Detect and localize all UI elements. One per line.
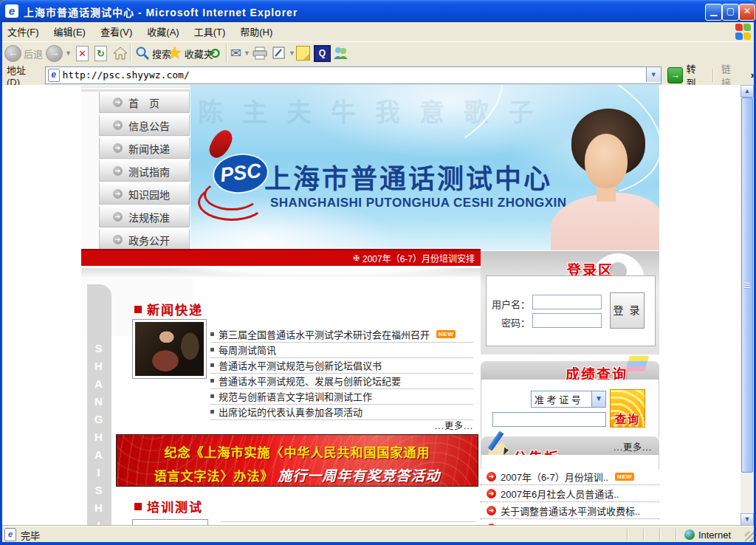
edit-dropdown-icon[interactable]: ▼ (289, 49, 295, 57)
bulletin-item-link[interactable]: 2007年6月社会人员普通话.. (501, 487, 619, 501)
menu-favorites[interactable]: 收藏(A) (140, 23, 186, 41)
status-divider (627, 529, 628, 541)
status-page-icon: e (4, 528, 16, 541)
sidebar-item-test-guide[interactable]: ➜测试指南 (99, 160, 190, 182)
close-button[interactable]: ✕ (739, 4, 755, 21)
news-item-link[interactable]: 规范与创新语言文字培训和测试工作 (219, 389, 372, 403)
bulletin-item-link[interactable]: 关于调整普通话水平测试收费标.. (501, 504, 640, 518)
sidebar-item-gov-affairs[interactable]: ➜政务公开 (99, 229, 190, 250)
messenger-button[interactable] (331, 43, 349, 64)
forward-button[interactable]: → ▼ (46, 43, 72, 64)
forward-dropdown-icon[interactable]: ▼ (65, 49, 72, 57)
news-item[interactable]: 每周测试简讯 (210, 342, 473, 358)
exam-id-select[interactable]: 准 考 证 号 ▼ (531, 391, 606, 408)
q-toolbar-button[interactable]: Q (314, 43, 331, 64)
campaign-banner[interactable]: 纪念《上海市实施〈中华人民共和国国家通用 语言文字法〉办法》 施行一周年有奖竞答… (116, 434, 478, 487)
sidebar-item-regulations[interactable]: ➜法规标准 (99, 206, 190, 227)
login-button[interactable]: 登 录 (610, 292, 645, 329)
arrow-icon: ➜ (113, 166, 123, 176)
home-button[interactable] (112, 43, 128, 64)
search-button[interactable]: 搜索 (135, 43, 171, 64)
scroll-down-button[interactable]: ▼ (740, 513, 754, 526)
notice-text[interactable]: 2007年（6-7）月份培训安排 (362, 252, 475, 264)
username-field[interactable] (532, 295, 602, 309)
red-arrow-icon: ➜ (487, 506, 496, 515)
print-button[interactable] (252, 43, 268, 64)
bulletin-more-link[interactable]: ...更多... (563, 440, 652, 453)
back-button[interactable]: ← 后退 ▼ (4, 43, 52, 64)
maximize-button[interactable]: ▢ (722, 4, 739, 21)
status-divider (659, 529, 661, 541)
refresh-button[interactable]: ↻ (94, 43, 107, 64)
news-item[interactable]: 出席论坛的代表认真参加各项活动 (210, 404, 473, 420)
history-button[interactable]: ⟲ (208, 43, 220, 64)
toolbar-divider (130, 44, 131, 62)
menu-file[interactable]: 文件(F) (0, 23, 47, 41)
news-item[interactable]: 普通话水平测试规范、发展与创新论坛纪要 (210, 373, 473, 389)
bulletin-item[interactable]: ➜2007年（6-7）月份培训..NEW (481, 469, 659, 485)
sidebar-item-label: 新闻快递 (128, 141, 170, 156)
sidebar-item-knowledge[interactable]: ➜知识园地 (99, 183, 190, 205)
page-viewport: ➜首 页 ➜信息公告 ➜新闻快递 ➜测试指南 ➜知识园地 ➜法规标准 ➜政务公开… (2, 85, 740, 526)
password-field[interactable] (532, 313, 602, 328)
sidebar-item-announcements[interactable]: ➜信息公告 (99, 114, 190, 136)
arrow-icon: ➜ (113, 189, 123, 199)
mail-button[interactable]: ✉ ▼ (230, 43, 250, 64)
bulletin-item[interactable]: ➜ (481, 520, 659, 526)
new-badge: NEW (615, 473, 634, 481)
scrollbar-thumb[interactable] (741, 97, 753, 473)
chevron-down-icon[interactable]: ▼ (591, 391, 605, 407)
arrow-icon: ➜ (113, 212, 123, 222)
menu-view[interactable]: 查看(V) (93, 23, 140, 41)
menu-tools[interactable]: 工具(T) (187, 23, 233, 41)
bulletin-item[interactable]: ➜2007年6月社会人员普通话.. (481, 486, 659, 502)
news-item-link[interactable]: 每周测试简讯 (219, 343, 276, 357)
sidebar-item-label: 知识园地 (128, 187, 170, 202)
bulletin-item-link[interactable]: 2007年（6-7）月份培训.. (501, 470, 608, 484)
username-label: 用户名： (489, 297, 530, 311)
notes-button[interactable] (296, 43, 310, 64)
training-list-divider (221, 521, 475, 522)
password-row: 密码： (489, 315, 530, 329)
mail-dropdown-icon[interactable]: ▼ (244, 49, 250, 57)
bullet-icon (210, 410, 214, 414)
note-icon (296, 46, 310, 61)
arrow-icon: ➜ (113, 120, 123, 130)
address-bar: 地址(D) e http://psc.shyywz.com/ ▼ → 转到 链接… (0, 65, 756, 86)
menu-help[interactable]: 帮助(H) (233, 23, 280, 41)
address-input[interactable]: e http://psc.shyywz.com/ ▼ (45, 66, 662, 84)
stop-button[interactable]: ✕ (76, 43, 89, 64)
edit-button[interactable]: ▼ (272, 43, 295, 64)
print-icon (252, 46, 268, 61)
status-zone: Internet (698, 529, 731, 541)
back-icon: ← (4, 45, 21, 62)
notice-bar[interactable]: ✠ 2007年（6-7）月份培训安排 (81, 249, 481, 266)
status-divider (676, 529, 677, 541)
vertical-scrollbar[interactable]: ▲ ▼ (740, 85, 754, 526)
news-item[interactable]: 第三届全国普通话水平测试学术研讨会在福州召开NEW (210, 326, 473, 343)
news-item-link[interactable]: 普通话水平测试规范与创新论坛倡议书 (219, 358, 382, 372)
news-item[interactable]: 普通话水平测试规范与创新论坛倡议书 (210, 357, 473, 374)
star-icon: ★ (168, 44, 182, 63)
username-row: 用户名： (489, 297, 530, 311)
news-more-link[interactable]: ...更多... (210, 419, 473, 431)
news-item-link[interactable]: 出席论坛的代表认真参加各项活动 (219, 405, 362, 419)
news-item-link[interactable]: 第三届全国普通话水平测试学术研讨会在福州召开 (219, 327, 430, 341)
sidebar-item-home[interactable]: ➜首 页 (99, 92, 190, 113)
minimize-button[interactable]: ▁ (705, 4, 722, 21)
address-url[interactable]: http://psc.shyywz.com/ (63, 69, 190, 80)
favorites-button[interactable]: ★ 收藏夹 (168, 43, 213, 64)
campaign-line2: 语言文字法〉办法》 施行一周年有奖竞答活动 (117, 465, 478, 484)
exam-id-input[interactable] (492, 412, 606, 427)
sidebar-item-news[interactable]: ➜新闻快递 (99, 137, 190, 159)
sidebar-item-label: 法规标准 (128, 210, 170, 224)
menu-edit[interactable]: 编辑(E) (47, 23, 93, 41)
bulletin-item[interactable]: ➜关于调整普通话水平测试收费标.. (481, 503, 659, 519)
query-button[interactable]: 查询 (610, 389, 645, 428)
scroll-up-button[interactable]: ▲ (740, 85, 754, 97)
password-label: 密码： (489, 315, 530, 329)
scrollbar-grip (744, 283, 750, 289)
news-item-link[interactable]: 普通话水平测试规范、发展与创新论坛纪要 (219, 374, 401, 388)
news-item[interactable]: 规范与创新语言文字培训和测试工作 (210, 388, 473, 405)
address-dropdown-icon[interactable]: ▼ (646, 67, 661, 82)
